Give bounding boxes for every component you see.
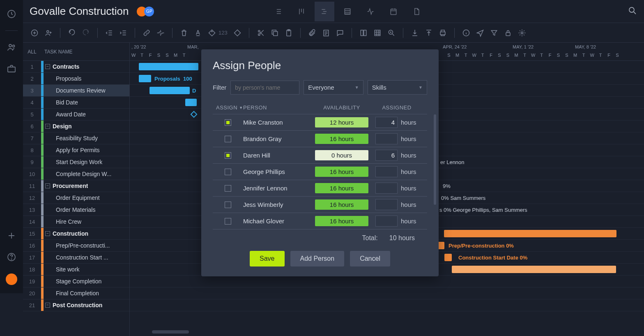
text-format-icon[interactable]: [194, 29, 202, 37]
gantt-bar[interactable]: [139, 75, 151, 82]
attachment-icon[interactable]: [308, 29, 316, 37]
collapse-icon[interactable]: −: [45, 64, 50, 69]
cancel-button[interactable]: Cancel: [350, 251, 390, 266]
outdent-icon[interactable]: [105, 29, 113, 37]
task-row[interactable]: 15−Construction: [23, 228, 129, 240]
task-row[interactable]: 13Order Materials: [23, 204, 129, 216]
people-icon[interactable]: [7, 42, 16, 52]
send-icon[interactable]: [476, 29, 484, 37]
copy-icon[interactable]: [271, 29, 279, 37]
task-row[interactable]: 10Complete Design W...: [23, 168, 129, 180]
assigned-hours-input[interactable]: [375, 117, 398, 128]
zoom-in-icon[interactable]: [387, 29, 396, 37]
search-icon[interactable]: [628, 6, 637, 17]
task-row[interactable]: 4Bid Date: [23, 97, 129, 109]
trash-icon[interactable]: [180, 29, 188, 37]
task-row[interactable]: 18Site work: [23, 264, 129, 276]
calendar-view-icon[interactable]: [384, 2, 403, 21]
assigned-hours-input[interactable]: [375, 216, 398, 227]
tag-icon[interactable]: [208, 29, 216, 37]
add-circle-icon[interactable]: [30, 29, 39, 37]
cut-icon[interactable]: [257, 29, 265, 37]
task-row[interactable]: 12Order Equipment: [23, 192, 129, 204]
plus-icon[interactable]: [7, 231, 16, 241]
task-row[interactable]: 5Award Date: [23, 109, 129, 120]
lock-icon[interactable]: [504, 29, 512, 37]
col-assign[interactable]: ASSIGN▼: [213, 104, 243, 111]
task-row[interactable]: 16Prep/Pre-constructi...: [23, 240, 129, 252]
task-row[interactable]: 20Final Completion: [23, 287, 129, 299]
columns-icon[interactable]: [359, 29, 368, 37]
add-person-button[interactable]: Add Person: [290, 251, 345, 266]
gantt-bar[interactable]: [444, 230, 616, 237]
collapse-icon[interactable]: −: [45, 124, 50, 129]
save-button[interactable]: Save: [250, 251, 284, 266]
assigned-hours-input[interactable]: [375, 150, 398, 161]
collapse-icon[interactable]: −: [45, 183, 50, 188]
task-row[interactable]: 6−Design: [23, 120, 129, 132]
grid-icon[interactable]: [373, 29, 382, 37]
modal-scrollbar[interactable]: [434, 114, 436, 205]
filter-name-input[interactable]: [230, 81, 299, 95]
gantt-bar[interactable]: [438, 242, 444, 249]
print-icon[interactable]: [439, 29, 447, 37]
assign-checkbox[interactable]: [225, 136, 231, 142]
horizontal-scrollbar[interactable]: [152, 330, 189, 334]
upload-icon[interactable]: [425, 29, 433, 37]
help-icon[interactable]: [7, 252, 16, 262]
filter-icon[interactable]: [490, 29, 498, 37]
col-assigned[interactable]: ASSIGNED: [370, 104, 427, 111]
clock-icon[interactable]: [7, 9, 16, 19]
briefcase-icon[interactable]: [7, 64, 16, 74]
info-icon[interactable]: [462, 29, 470, 37]
task-row[interactable]: 9Start Design Work: [23, 156, 129, 168]
filter-everyone-select[interactable]: Everyone▼: [304, 80, 363, 95]
comment-icon[interactable]: [336, 29, 344, 37]
gantt-bar[interactable]: [444, 254, 452, 261]
assigned-hours-input[interactable]: [375, 166, 398, 177]
assigned-hours-input[interactable]: [375, 199, 398, 210]
board-view-icon[interactable]: [292, 2, 311, 21]
clipboard-icon[interactable]: [285, 29, 293, 37]
settings-icon[interactable]: [518, 29, 526, 37]
task-row[interactable]: 17Construction Start ...: [23, 252, 129, 264]
project-members-avatars[interactable]: GP: [137, 7, 154, 16]
task-row[interactable]: 1−Contracts: [23, 61, 129, 73]
diamond-icon[interactable]: [233, 29, 242, 37]
redo-icon[interactable]: [82, 29, 90, 37]
collapse-icon[interactable]: −: [45, 231, 50, 236]
unlink-icon[interactable]: [156, 29, 165, 37]
task-row[interactable]: 14Hire Crew: [23, 216, 129, 228]
assign-checkbox[interactable]: [225, 152, 231, 159]
note-icon[interactable]: [322, 29, 330, 37]
gantt-bar[interactable]: [150, 87, 190, 94]
col-person[interactable]: PERSON: [243, 104, 313, 111]
assign-checkbox[interactable]: [225, 119, 231, 126]
link-icon[interactable]: [143, 29, 151, 37]
task-row[interactable]: 11−Procurement: [23, 180, 129, 192]
assigned-hours-input[interactable]: [375, 183, 398, 194]
download-icon[interactable]: [411, 29, 419, 37]
assign-checkbox[interactable]: [225, 218, 231, 225]
indent-icon[interactable]: [119, 29, 127, 37]
task-row[interactable]: 8Apply for Permits: [23, 144, 129, 156]
assigned-hours-input[interactable]: [375, 133, 398, 144]
task-row[interactable]: 2Proposals: [23, 73, 129, 85]
task-row[interactable]: 3Documents Review: [23, 85, 129, 97]
gantt-bar[interactable]: [185, 99, 197, 106]
collapse-icon[interactable]: −: [45, 303, 50, 308]
assign-checkbox[interactable]: [225, 202, 231, 208]
add-person-icon[interactable]: [44, 29, 53, 37]
sheet-view-icon[interactable]: [338, 2, 357, 21]
file-view-icon[interactable]: [407, 2, 426, 21]
col-availability[interactable]: AVAILABILITY: [313, 104, 370, 111]
assign-checkbox[interactable]: [225, 169, 231, 175]
assign-checkbox[interactable]: [225, 185, 231, 192]
task-row[interactable]: 21−Post Construction: [23, 299, 129, 311]
user-avatar-icon[interactable]: [6, 273, 17, 285]
activity-icon[interactable]: [361, 2, 380, 21]
gantt-bar[interactable]: [452, 266, 616, 273]
task-row[interactable]: 7Feasibility Study: [23, 132, 129, 144]
undo-icon[interactable]: [68, 29, 76, 37]
col-task-name[interactable]: TASK NAME: [41, 49, 72, 55]
